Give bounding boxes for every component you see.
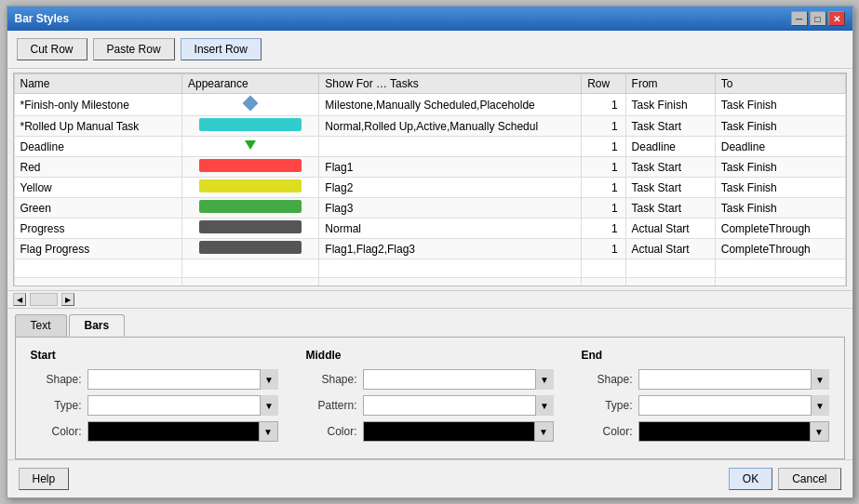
start-type-label: Type:: [31, 399, 82, 412]
cell-appearance: [181, 94, 318, 116]
start-color-row: Color: ▼: [31, 421, 278, 442]
start-shape-select[interactable]: [87, 369, 278, 390]
table-row[interactable]: Flag ProgressFlag1,Flag2,Flag31Actual St…: [14, 239, 845, 259]
tab-bars[interactable]: Bars: [69, 314, 126, 337]
table-row[interactable]: *Finish-only MilestoneMilestone,Manually…: [14, 94, 845, 116]
help-button[interactable]: Help: [19, 468, 70, 490]
table-row[interactable]: Deadline1DeadlineDeadline: [14, 137, 845, 157]
cell-empty: [625, 278, 715, 287]
cell-appearance: [181, 239, 318, 259]
col-to: To: [715, 74, 845, 94]
cell-row: 1: [582, 116, 625, 137]
cell-name: Progress: [14, 219, 181, 239]
end-color-swatch[interactable]: [638, 421, 811, 442]
cell-name: Red: [14, 157, 181, 178]
tab-text[interactable]: Text: [15, 314, 67, 337]
cell-row: 1: [582, 198, 625, 219]
end-color-row: Color: ▼: [582, 421, 829, 442]
maximize-button[interactable]: □: [810, 11, 826, 26]
end-type-select-wrapper: ▼: [638, 395, 829, 416]
paste-row-button[interactable]: Paste Row: [93, 38, 175, 60]
start-color-swatch[interactable]: [87, 421, 260, 442]
cell-from: Task Start: [625, 157, 715, 178]
start-type-row: Type: ▼: [31, 395, 278, 416]
cell-empty: [319, 278, 582, 287]
bar-preview: [199, 220, 302, 233]
cell-from: Task Start: [625, 198, 715, 219]
col-row: Row: [582, 74, 625, 94]
bar-preview: [199, 179, 302, 192]
start-color-wrapper: ▼: [87, 421, 278, 442]
middle-color-label: Color:: [306, 425, 357, 438]
middle-shape-select[interactable]: [363, 369, 554, 390]
middle-color-swatch[interactable]: [363, 421, 535, 442]
middle-title: Middle: [306, 349, 554, 362]
bar-styles-dialog: Bar Styles ─ □ ✕ Cut Row Paste Row Inser…: [7, 6, 853, 498]
table-row[interactable]: RedFlag11Task StartTask Finish: [14, 157, 845, 178]
middle-shape-row: Shape: ▼: [306, 369, 554, 390]
cell-to: Task Finish: [715, 116, 845, 137]
bar-preview: [199, 159, 302, 172]
table-row-empty: [14, 259, 845, 278]
middle-color-arrow-icon[interactable]: ▼: [535, 421, 554, 442]
cell-from: Task Start: [625, 178, 715, 198]
cell-to: Task Finish: [715, 94, 845, 116]
end-title: End: [582, 349, 829, 362]
cell-appearance: [181, 198, 318, 219]
end-color-label: Color:: [582, 425, 633, 438]
close-button[interactable]: ✕: [828, 11, 845, 26]
table-container[interactable]: Name Appearance Show For … Tasks Row Fro…: [13, 73, 847, 286]
cell-empty: [14, 278, 181, 287]
table-row[interactable]: ProgressNormal1Actual StartCompleteThrou…: [14, 219, 845, 239]
table-row[interactable]: *Rolled Up Manual TaskNormal,Rolled Up,A…: [14, 116, 845, 137]
start-shape-select-wrapper: ▼: [87, 369, 278, 390]
end-shape-row: Shape: ▼: [582, 369, 829, 390]
start-color-label: Color:: [31, 425, 82, 438]
ok-button[interactable]: OK: [729, 468, 772, 490]
middle-group: Middle Shape: ▼ Pattern: ▼: [306, 349, 554, 447]
middle-pattern-select[interactable]: [363, 395, 554, 416]
middle-color-wrapper: ▼: [363, 421, 554, 442]
bottom-right-buttons: OK Cancel: [729, 468, 841, 490]
cell-empty: [319, 259, 582, 278]
col-appearance: Appearance: [181, 74, 318, 94]
start-type-select[interactable]: [87, 395, 278, 416]
cell-from: Task Finish: [625, 94, 715, 116]
cell-to: CompleteThrough: [715, 219, 845, 239]
start-shape-row: Shape: ▼: [31, 369, 278, 390]
cell-to: Task Finish: [715, 198, 845, 219]
scroll-left-button[interactable]: ◀: [13, 293, 26, 306]
cell-to: Deadline: [715, 137, 845, 157]
cell-empty: [582, 259, 625, 278]
start-color-arrow-icon[interactable]: ▼: [260, 421, 278, 442]
bar-styles-table: Name Appearance Show For … Tasks Row Fro…: [14, 73, 846, 286]
bottom-bar: Help OK Cancel: [7, 459, 852, 497]
cell-to: Task Finish: [715, 157, 845, 178]
bar-settings: Start Shape: ▼ Type: ▼: [31, 349, 829, 447]
scroll-right-button[interactable]: ▶: [61, 293, 74, 306]
cell-to: Task Finish: [715, 178, 845, 198]
h-scrollbar-track[interactable]: [30, 293, 58, 306]
cell-name: *Finish-only Milestone: [14, 94, 181, 116]
table-row[interactable]: GreenFlag31Task StartTask Finish: [14, 198, 845, 219]
diamond-icon: [243, 96, 259, 112]
cell-show-for: Milestone,Manually Scheduled,Placeholde: [319, 94, 582, 116]
middle-pattern-label: Pattern:: [306, 399, 357, 412]
table-row-empty: [14, 278, 845, 287]
table-row[interactable]: YellowFlag21Task StartTask Finish: [14, 178, 845, 198]
cancel-button[interactable]: Cancel: [778, 468, 840, 490]
col-from: From: [625, 74, 715, 94]
cell-appearance: [181, 178, 318, 198]
start-group: Start Shape: ▼ Type: ▼: [31, 349, 278, 447]
cell-name: Deadline: [14, 137, 181, 157]
end-shape-select[interactable]: [638, 369, 829, 390]
end-type-select[interactable]: [638, 395, 829, 416]
cell-from: Actual Start: [625, 239, 715, 259]
cell-empty: [14, 259, 181, 278]
cell-appearance: [181, 116, 318, 137]
insert-row-button[interactable]: Insert Row: [181, 38, 262, 60]
start-title: Start: [31, 349, 278, 362]
cut-row-button[interactable]: Cut Row: [17, 38, 87, 60]
minimize-button[interactable]: ─: [791, 11, 808, 26]
end-color-arrow-icon[interactable]: ▼: [811, 421, 829, 442]
